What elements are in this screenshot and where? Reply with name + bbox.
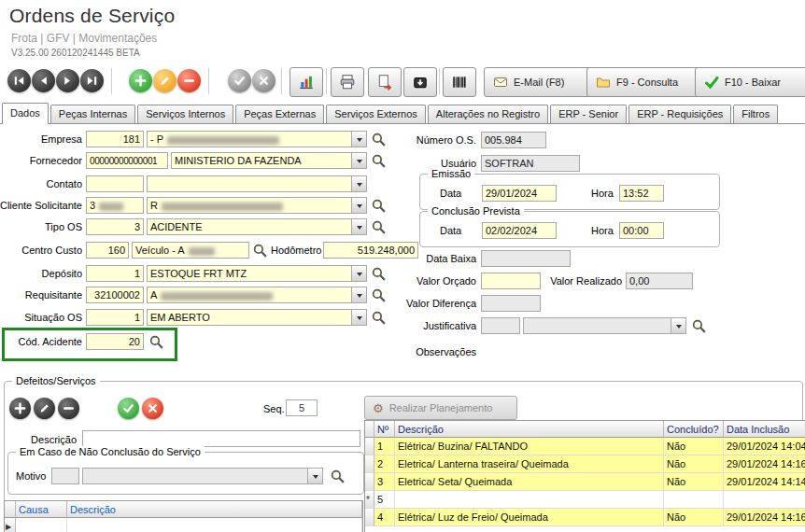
centro-custo-code-input[interactable]: 160 xyxy=(86,242,129,259)
hodometro-input[interactable]: 519.248,000 xyxy=(323,242,418,259)
cod-acidente-input[interactable]: 20 xyxy=(86,333,144,350)
chevron-down-icon[interactable] xyxy=(351,153,366,168)
empresa-code-input[interactable]: 181 xyxy=(86,131,144,147)
conclusao-hora-input[interactable]: 00:00 xyxy=(619,222,664,239)
empresa-select[interactable]: - P xyxy=(147,131,367,147)
valor-orcado-input[interactable] xyxy=(481,273,541,289)
defeito-add-button[interactable] xyxy=(9,398,31,419)
emissao-data-input[interactable]: 29/01/2024 xyxy=(482,185,557,202)
defeito-edit-button[interactable] xyxy=(34,398,55,419)
requisitante-code-input[interactable]: 32100002 xyxy=(86,287,144,303)
realizar-planejamento-button[interactable]: ⚙Realizar Planejamento xyxy=(364,396,517,420)
nav-first-button[interactable] xyxy=(7,69,31,92)
observacoes-label: Observações xyxy=(416,346,476,357)
export-button[interactable] xyxy=(368,67,402,97)
requisitante-label: Requisitante xyxy=(25,289,82,301)
empresa-label: Empresa xyxy=(41,133,82,145)
cell xyxy=(395,491,664,509)
justificativa-code-input[interactable] xyxy=(481,317,520,334)
cell: Não xyxy=(664,509,724,526)
barcode-button[interactable] xyxy=(443,67,476,97)
column-header-causa: Causa xyxy=(16,501,67,518)
centro-custo-desc-input[interactable]: Veículo - A xyxy=(132,242,249,259)
nav-last-button[interactable] xyxy=(80,69,104,92)
nav-next-button[interactable] xyxy=(56,69,79,92)
requisitante-search-icon[interactable] xyxy=(371,287,387,303)
print-button[interactable] xyxy=(331,67,364,97)
delete-button[interactable] xyxy=(177,69,201,92)
tab-erp-requisi-es[interactable]: ERP - Requisições xyxy=(628,105,731,123)
add-button[interactable] xyxy=(129,69,152,92)
cod-acidente-search-icon[interactable] xyxy=(148,334,164,350)
chart-button[interactable] xyxy=(290,67,323,97)
cliente-select[interactable]: R xyxy=(147,197,367,214)
tab-erp-senior[interactable]: ERP - Senior xyxy=(550,105,627,123)
chevron-down-icon[interactable] xyxy=(351,198,366,213)
table-row[interactable]: 4Elétrica/ Luz de Freio/ QueimadaNão29/0… xyxy=(365,509,805,526)
requisitante-select[interactable]: A xyxy=(147,287,367,303)
justificativa-search-icon[interactable] xyxy=(691,318,707,334)
tipo-os-search-icon[interactable] xyxy=(371,219,387,235)
tab-pe-as-internas[interactable]: Peças Internas xyxy=(50,105,135,123)
cliente-search-icon[interactable] xyxy=(371,198,387,214)
conclusao-hora-label: Hora xyxy=(591,225,614,236)
fornecedor-select[interactable]: MINISTERIO DA FAZENDA xyxy=(171,152,367,169)
motivo-search-icon[interactable] xyxy=(330,469,346,484)
consulta-button[interactable]: F9 - Consulta xyxy=(586,67,708,97)
cancel-button[interactable] xyxy=(252,69,275,92)
edit-button[interactable] xyxy=(153,69,177,92)
centro-custo-search-icon[interactable] xyxy=(252,243,268,259)
baixar-button[interactable]: F10 - Baixar xyxy=(695,67,805,97)
deposito-select[interactable]: ESTOQUE FRT MTZ xyxy=(147,265,367,282)
chevron-down-icon[interactable] xyxy=(351,310,366,325)
chevron-down-icon[interactable] xyxy=(671,318,685,333)
conclusao-data-input[interactable]: 02/02/2024 xyxy=(482,222,557,239)
cliente-code-input[interactable]: 3 xyxy=(86,197,144,214)
seq-input[interactable]: 5 xyxy=(286,399,318,416)
justificativa-select[interactable] xyxy=(523,317,686,334)
table-row[interactable]: 2Eletrica/ Lanterna traseira/ QueimadaNã… xyxy=(365,455,805,473)
chevron-down-icon[interactable] xyxy=(351,219,366,234)
contato-code-input[interactable] xyxy=(86,175,144,192)
chevron-down-icon[interactable] xyxy=(351,266,366,281)
fornecedor-code-input[interactable]: 00000000000001 xyxy=(86,152,168,169)
situacao-os-code-input[interactable]: 1 xyxy=(86,309,144,326)
table-row[interactable]: 3Eletrica/ Seta/ QueimadaNão29/01/2024 1… xyxy=(365,473,805,491)
deposito-search-icon[interactable] xyxy=(371,266,387,282)
last-record-icon xyxy=(85,74,99,88)
column-header-descricao: Descrição xyxy=(67,501,362,518)
contato-select[interactable] xyxy=(147,175,367,192)
situacao-os-search-icon[interactable] xyxy=(371,310,387,326)
defeito-cancel-button[interactable] xyxy=(142,398,163,419)
table-row[interactable]: 1Elétrica/ Buzina/ FALTANDONão29/01/2024… xyxy=(365,438,805,455)
motivo-select[interactable] xyxy=(82,468,323,484)
deposito-code-input[interactable]: 1 xyxy=(86,265,144,282)
fornecedor-search-icon[interactable] xyxy=(371,153,387,169)
confirm-button[interactable] xyxy=(228,69,251,92)
nav-prev-button[interactable] xyxy=(32,69,55,92)
tab-dados[interactable]: Dados xyxy=(2,103,49,124)
tipo-os-code-input[interactable]: 3 xyxy=(86,218,144,235)
defeito-descricao-input[interactable] xyxy=(82,430,360,447)
chevron-down-icon[interactable] xyxy=(351,132,366,147)
empresa-search-icon[interactable] xyxy=(371,132,387,147)
table-row[interactable]: ▶ xyxy=(5,518,362,532)
tab-filtros[interactable]: Filtros xyxy=(733,105,778,123)
chevron-down-icon[interactable] xyxy=(307,469,322,483)
defeito-confirm-button[interactable] xyxy=(118,398,139,419)
tab-servi-os-externos[interactable]: Serviços Externos xyxy=(326,105,426,123)
emissao-hora-input[interactable]: 13:52 xyxy=(619,185,664,202)
capture-button[interactable] xyxy=(403,67,437,97)
defeito-delete-button[interactable] xyxy=(58,398,79,419)
tab-pe-as-externas[interactable]: Peças Externas xyxy=(235,105,324,123)
tab-servi-os-internos[interactable]: Serviços Internos xyxy=(137,105,233,123)
tipo-os-select[interactable]: ACIDENTE xyxy=(147,218,367,235)
table-row[interactable]: *5 xyxy=(365,491,805,509)
chevron-down-icon[interactable] xyxy=(351,287,366,302)
tipo-os-label: Tipo OS xyxy=(45,221,82,232)
email-button[interactable]: E-Mail (F8) xyxy=(484,67,598,97)
motivo-code-input[interactable] xyxy=(51,468,79,484)
situacao-os-select[interactable]: EM ABERTO xyxy=(147,309,367,326)
chevron-down-icon[interactable] xyxy=(351,176,366,191)
tab-altera-es-no-registro[interactable]: Alterações no Registro xyxy=(428,105,548,123)
